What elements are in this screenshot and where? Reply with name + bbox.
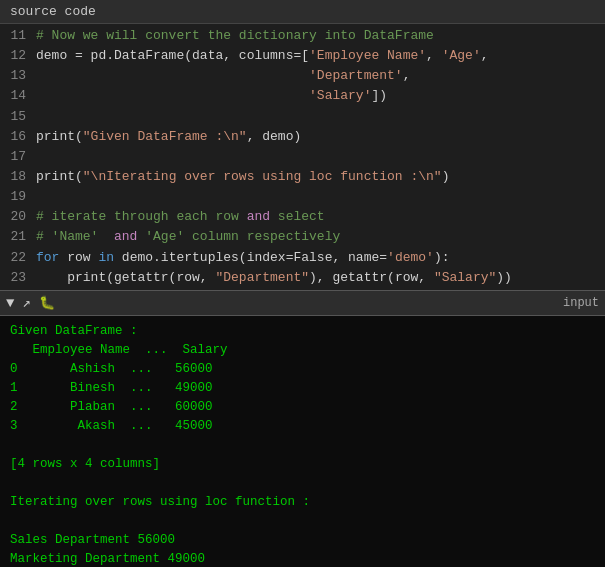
code-line: 14 'Salary']) bbox=[0, 86, 605, 106]
debug-icon[interactable]: 🐛 bbox=[39, 295, 55, 311]
code-line: 18print("\nIterating over rows using loc… bbox=[0, 167, 605, 187]
code-line: 13 'Department', bbox=[0, 66, 605, 86]
line-content bbox=[36, 107, 605, 127]
line-content: # iterate through each row and select bbox=[36, 207, 605, 227]
output-line: [4 rows x 4 columns] bbox=[10, 455, 595, 474]
output-line: 2 Plaban ... 60000 bbox=[10, 398, 595, 417]
expand-icon[interactable]: ↗ bbox=[22, 294, 30, 311]
line-number: 18 bbox=[0, 167, 36, 187]
line-number: 23 bbox=[0, 268, 36, 288]
collapse-icon[interactable]: ▼ bbox=[6, 295, 14, 311]
line-number: 20 bbox=[0, 207, 36, 227]
code-line: 11# Now we will convert the dictionary i… bbox=[0, 26, 605, 46]
top-bar: source code bbox=[0, 0, 605, 24]
output-line bbox=[10, 436, 595, 455]
code-line: 17 bbox=[0, 147, 605, 167]
output-line: 1 Binesh ... 49000 bbox=[10, 379, 595, 398]
output-line: Given DataFrame : bbox=[10, 322, 595, 341]
line-content: 'Department', bbox=[36, 66, 605, 86]
line-content: demo = pd.DataFrame(data, columns=['Empl… bbox=[36, 46, 605, 66]
code-area: 11# Now we will convert the dictionary i… bbox=[0, 24, 605, 290]
output-line: 0 Ashish ... 56000 bbox=[10, 360, 595, 379]
line-number: 22 bbox=[0, 248, 36, 268]
output-line: Marketing Department 49000 bbox=[10, 550, 595, 567]
toolbar-icons: ▼ ↗ 🐛 bbox=[6, 294, 55, 311]
code-line: 15 bbox=[0, 107, 605, 127]
output-line bbox=[10, 512, 595, 531]
output-line bbox=[10, 474, 595, 493]
output-area: Given DataFrame : Employee Name ... Sala… bbox=[0, 316, 605, 567]
top-bar-label: source code bbox=[10, 4, 96, 19]
output-line: Employee Name ... Salary bbox=[10, 341, 595, 360]
output-line: 3 Akash ... 45000 bbox=[10, 417, 595, 436]
toolbar-row: ▼ ↗ 🐛 input bbox=[0, 290, 605, 316]
code-line: 23 print(getattr(row, "Department"), get… bbox=[0, 268, 605, 288]
line-content bbox=[36, 147, 605, 167]
line-number: 19 bbox=[0, 187, 36, 207]
output-line: Sales Department 56000 bbox=[10, 531, 595, 550]
line-content: for row in demo.itertuples(index=False, … bbox=[36, 248, 605, 268]
code-line: 22for row in demo.itertuples(index=False… bbox=[0, 248, 605, 268]
line-content: 'Salary']) bbox=[36, 86, 605, 106]
code-line: 19 bbox=[0, 187, 605, 207]
line-content: print("Given DataFrame :\n", demo) bbox=[36, 127, 605, 147]
line-number: 17 bbox=[0, 147, 36, 167]
line-number: 15 bbox=[0, 107, 36, 127]
line-number: 11 bbox=[0, 26, 36, 46]
output-line: Iterating over rows using loc function : bbox=[10, 493, 595, 512]
code-line: 21# 'Name' and 'Age' column respectively bbox=[0, 227, 605, 247]
line-number: 21 bbox=[0, 227, 36, 247]
line-content: # 'Name' and 'Age' column respectively bbox=[36, 227, 605, 247]
line-content bbox=[36, 187, 605, 207]
line-number: 12 bbox=[0, 46, 36, 66]
code-line: 20# iterate through each row and select bbox=[0, 207, 605, 227]
line-number: 13 bbox=[0, 66, 36, 86]
toolbar-label: input bbox=[563, 296, 599, 310]
line-number: 14 bbox=[0, 86, 36, 106]
line-content: print("\nIterating over rows using loc f… bbox=[36, 167, 605, 187]
code-line: 16print("Given DataFrame :\n", demo) bbox=[0, 127, 605, 147]
line-content: print(getattr(row, "Department"), getatt… bbox=[36, 268, 605, 288]
line-number: 16 bbox=[0, 127, 36, 147]
line-content: # Now we will convert the dictionary int… bbox=[36, 26, 605, 46]
code-line: 12demo = pd.DataFrame(data, columns=['Em… bbox=[0, 46, 605, 66]
